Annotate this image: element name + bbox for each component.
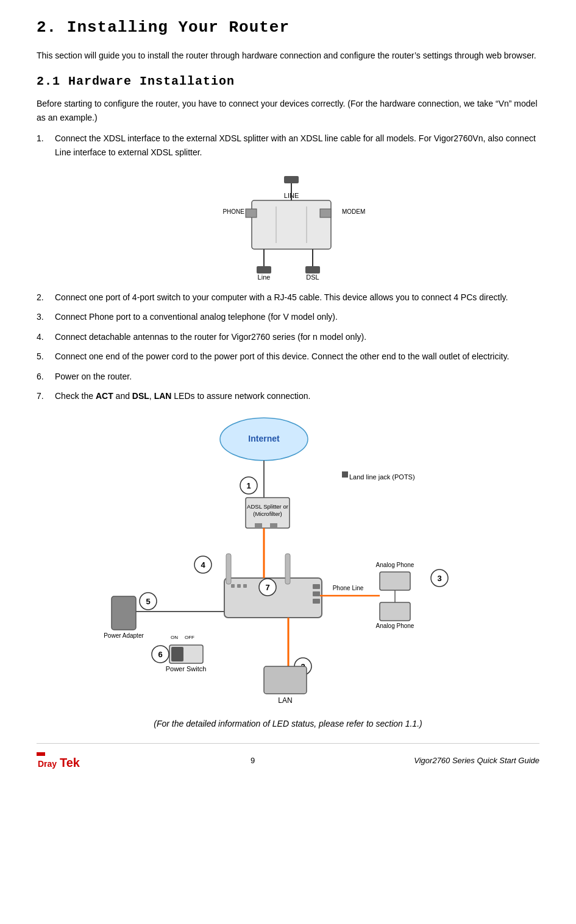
svg-text:Analog Phone: Analog Phone (375, 562, 414, 568)
svg-text:5: 5 (146, 597, 150, 606)
svg-text:Tek: Tek (60, 756, 80, 769)
svg-rect-46 (380, 602, 410, 621)
svg-rect-31 (243, 584, 247, 588)
page-title: 2. Installing Your Router (37, 18, 539, 37)
svg-text:(Microfilter): (Microfilter) (253, 510, 282, 517)
svg-text:Power Adapter: Power Adapter (104, 632, 144, 639)
step-3-text: Connect Phone port to a conventional ana… (55, 310, 539, 323)
svg-rect-44 (380, 572, 410, 590)
svg-rect-32 (313, 584, 320, 589)
svg-rect-26 (255, 523, 262, 528)
svg-text:LAN: LAN (278, 696, 292, 705)
svg-rect-66 (264, 666, 307, 694)
step-1-num: 1. (37, 132, 55, 159)
svg-text:Phone Line: Phone Line (332, 585, 363, 591)
svg-text:ADSL Splitter or: ADSL Splitter or (247, 503, 288, 510)
svg-rect-0 (252, 200, 331, 249)
svg-rect-9 (257, 266, 271, 273)
step-7-num: 7. (37, 389, 55, 403)
svg-text:OFF: OFF (185, 635, 194, 640)
draytek-logo: Dray Tek (37, 750, 91, 772)
svg-rect-15 (284, 176, 299, 183)
footer-guide-title: Vigor2760 Series Quick Start Guide (414, 756, 539, 765)
svg-text:Land line jack (POTS): Land line jack (POTS) (349, 473, 415, 481)
section-title: 2.1 Hardware Installation (37, 74, 539, 88)
step-3-num: 3. (37, 310, 55, 323)
svg-rect-34 (313, 599, 320, 604)
step-4-num: 4. (37, 330, 55, 344)
svg-rect-12 (305, 266, 320, 273)
step-3: 3. Connect Phone port to a conventional … (37, 310, 539, 323)
step-4: 4. Connect detachable antennas to the ro… (37, 330, 539, 344)
svg-text:6: 6 (158, 650, 162, 659)
network-diagram-container: Internet Land line jack (POTS) 1 ADSL Sp… (37, 414, 539, 706)
step-6-text: Power on the router. (55, 370, 539, 383)
splitter-diagram-container: LINE PHONE MODEM Line DSL (37, 170, 539, 280)
step-2-text: Connect one port of 4-port switch to you… (55, 291, 539, 304)
steps-list: 1. Connect the XDSL interface to the ext… (37, 132, 539, 159)
step-6-num: 6. (37, 370, 55, 383)
network-diagram-svg: Internet Land line jack (POTS) 1 ADSL Sp… (75, 414, 502, 706)
step-5-num: 5. (37, 350, 55, 363)
svg-text:ON: ON (171, 635, 178, 640)
svg-rect-30 (237, 584, 241, 588)
step-1-text: Connect the XDSL interface to the extern… (55, 132, 539, 159)
svg-text:3: 3 (437, 574, 441, 583)
note-text: (For the detailed information of LED sta… (37, 717, 539, 730)
svg-text:DSL: DSL (306, 273, 319, 280)
step-1: 1. Connect the XDSL interface to the ext… (37, 132, 539, 159)
svg-text:Power Switch: Power Switch (165, 665, 206, 672)
logo-svg: Dray Tek (37, 750, 91, 772)
svg-rect-29 (231, 584, 235, 588)
svg-rect-36 (285, 554, 290, 584)
section-intro: Before starting to configure the router,… (37, 97, 539, 124)
splitter-diagram-svg: LINE PHONE MODEM Line DSL (191, 170, 386, 280)
footer: Dray Tek 9 Vigor2760 Series Quick Start … (37, 743, 539, 772)
step-2: 2. Connect one port of 4-port switch to … (37, 291, 539, 304)
steps-list-2: 2. Connect one port of 4-port switch to … (37, 291, 539, 403)
svg-rect-35 (226, 554, 231, 584)
step-7-text: Check the ACT and DSL, LAN LEDs to assur… (55, 389, 539, 403)
svg-rect-5 (320, 209, 331, 217)
svg-text:Analog Phone: Analog Phone (375, 622, 414, 629)
svg-rect-3 (246, 209, 257, 217)
step-7: 7. Check the ACT and DSL, LAN LEDs to as… (37, 389, 539, 403)
svg-text:PHONE: PHONE (222, 208, 244, 215)
svg-rect-51 (112, 596, 136, 630)
step-2-num: 2. (37, 291, 55, 304)
svg-rect-27 (270, 523, 277, 528)
svg-rect-33 (313, 591, 320, 596)
footer-page-number: 9 (251, 756, 255, 765)
svg-text:MODEM: MODEM (342, 208, 365, 215)
svg-text:1: 1 (246, 481, 251, 490)
step-4-text: Connect detachable antennas to the route… (55, 330, 539, 344)
svg-text:Internet: Internet (248, 434, 280, 443)
svg-rect-59 (171, 647, 183, 661)
svg-text:Dray: Dray (38, 759, 57, 769)
step-5-text: Connect one end of the power cord to the… (55, 350, 539, 363)
svg-text:Line: Line (257, 273, 270, 280)
svg-rect-19 (342, 471, 348, 478)
step-5: 5. Connect one end of the power cord to … (37, 350, 539, 363)
svg-text:4: 4 (201, 560, 205, 570)
svg-text:7: 7 (265, 583, 269, 592)
step-6: 6. Power on the router. (37, 370, 539, 383)
svg-marker-70 (37, 752, 45, 756)
intro-paragraph: This section will guide you to install t… (37, 49, 539, 62)
